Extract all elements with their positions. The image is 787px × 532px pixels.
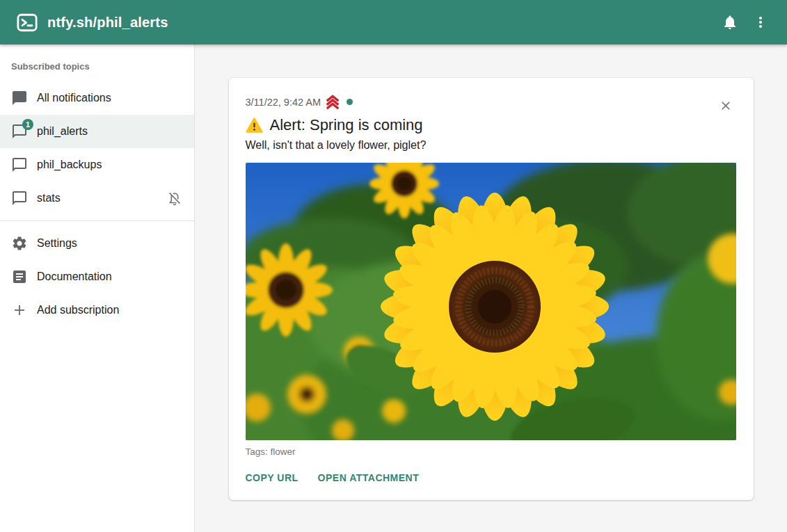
attachment-image[interactable] xyxy=(246,163,736,440)
sidebar-item-phil-backups[interactable]: phil_backups xyxy=(0,148,194,182)
bell-icon xyxy=(722,14,738,31)
sidebar-item-settings[interactable]: Settings xyxy=(0,227,194,260)
sidebar-item-label: All notifications xyxy=(37,92,111,104)
notification-card: 3/11/22, 9:42 AM xyxy=(229,78,754,500)
sidebar-item-label: Settings xyxy=(37,237,77,250)
sidebar-item-phil-alerts[interactable]: 1 phil_alerts xyxy=(0,115,194,148)
sidebar-item-label: stats xyxy=(37,192,61,204)
plus-icon xyxy=(11,302,28,319)
chat-bubble-outline-icon: 1 xyxy=(11,123,28,140)
subscribed-topics-caption: Subscribed topics xyxy=(0,45,194,81)
notification-actions: COPY URL OPEN ATTACHMENT xyxy=(246,472,737,483)
notifications-bell-button[interactable] xyxy=(715,7,745,38)
sidebar-item-documentation[interactable]: Documentation xyxy=(0,260,194,293)
main-content: 3/11/22, 9:42 AM xyxy=(195,45,787,532)
sidebar-item-all-notifications[interactable]: All notifications xyxy=(0,81,194,115)
unread-count-badge: 1 xyxy=(22,119,33,130)
overflow-menu-button[interactable] xyxy=(745,7,776,38)
priority-max-icon xyxy=(325,95,340,109)
sidebar-item-label: Add subscription xyxy=(37,304,119,316)
copy-url-button[interactable]: COPY URL xyxy=(246,472,299,483)
notifications-muted-icon xyxy=(166,190,183,207)
kebab-menu-icon xyxy=(752,14,769,31)
chat-bubble-outline-icon xyxy=(11,190,28,207)
open-attachment-button[interactable]: OPEN ATTACHMENT xyxy=(318,472,420,483)
sidebar: Subscribed topics All notifications 1 ph… xyxy=(0,45,195,532)
notification-tags: Tags: flower xyxy=(246,446,737,457)
warning-icon xyxy=(246,118,263,134)
sidebar-item-label: Documentation xyxy=(37,271,112,283)
ntfy-terminal-logo-icon xyxy=(17,13,38,32)
gear-icon xyxy=(11,235,28,252)
sidebar-item-stats[interactable]: stats xyxy=(0,182,194,215)
chat-bubble-outline-icon xyxy=(11,156,28,173)
sidebar-item-label: phil_backups xyxy=(37,159,102,171)
sidebar-item-add-subscription[interactable]: Add subscription xyxy=(0,293,194,327)
notification-title: Alert: Spring is coming xyxy=(246,116,737,134)
sidebar-item-label: phil_alerts xyxy=(37,125,88,138)
sidebar-divider xyxy=(0,220,194,221)
app-title: ntfy.sh/phil_alerts xyxy=(47,15,168,31)
close-icon xyxy=(719,99,733,113)
notification-body: Well, isn't that a lovely flower, piglet… xyxy=(246,139,737,152)
article-icon xyxy=(11,268,28,285)
close-notification-button[interactable] xyxy=(716,96,736,115)
app-bar: ntfy.sh/phil_alerts xyxy=(0,0,787,45)
notification-meta: 3/11/22, 9:42 AM xyxy=(246,95,737,109)
chat-bubble-filled-icon xyxy=(11,90,28,106)
new-notification-dot-icon xyxy=(347,99,353,105)
timestamp: 3/11/22, 9:42 AM xyxy=(246,97,321,108)
